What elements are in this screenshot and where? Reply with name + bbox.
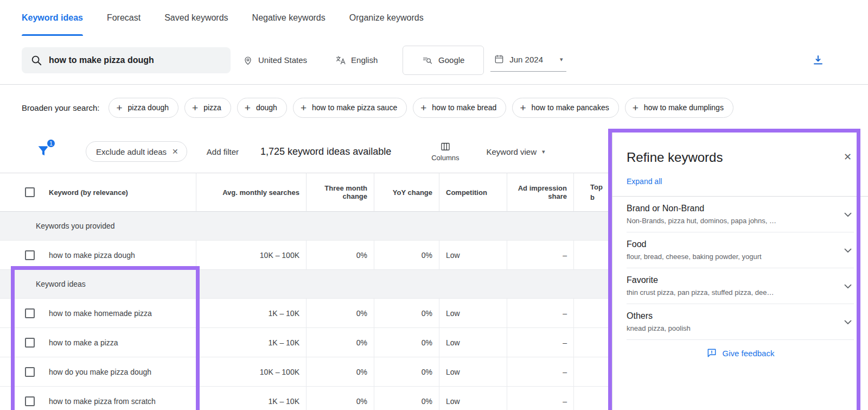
chevron-down-icon — [842, 209, 854, 220]
language-selector[interactable]: English — [335, 55, 378, 66]
keyword-count-label: 1,725 keyword ideas available — [260, 146, 391, 157]
feedback-icon — [706, 348, 717, 358]
cell-ad-share: – — [507, 357, 574, 387]
col-header-avg-monthly-searches[interactable]: Avg. monthly searches — [196, 173, 307, 212]
search-icon — [30, 54, 42, 66]
keyword-view-selector[interactable]: Keyword view ▾ — [486, 147, 545, 156]
plus-icon: + — [116, 103, 122, 113]
tab-organize-keywords[interactable]: Organize keywords — [349, 0, 424, 36]
cell-yoy: 0% — [374, 299, 439, 328]
cell-competition: Low — [439, 241, 507, 270]
close-icon[interactable]: ✕ — [172, 147, 178, 156]
tab-negative-keywords[interactable]: Negative keywords — [252, 0, 326, 36]
view-label: Keyword view — [486, 147, 537, 156]
search-box[interactable] — [22, 47, 231, 73]
chevron-down-icon — [842, 280, 854, 292]
group-title: Brand or Non-Brand — [627, 204, 776, 213]
group-examples: thin crust pizza, pan pizza, stuffed piz… — [627, 288, 774, 297]
location-pin-icon — [242, 55, 253, 66]
group-examples: knead pizza, poolish — [627, 324, 691, 332]
broaden-chip-pizza-sauce[interactable]: + how to make pizza sauce — [293, 98, 407, 118]
cell-three-month: 0% — [307, 357, 374, 387]
plus-icon: + — [245, 103, 251, 113]
plus-icon: + — [520, 103, 526, 113]
chip-label: how to make pizza sauce — [312, 103, 397, 112]
group-examples: flour, bread, cheese, baking powder, yog… — [627, 253, 762, 261]
cell-searches: 10K – 100K — [196, 357, 307, 387]
panel-title: Refine keywords — [627, 150, 723, 165]
cell-ad-share: – — [507, 241, 574, 270]
row-checkbox[interactable] — [25, 367, 35, 377]
col-header-three-month-change[interactable]: Three month change — [307, 173, 374, 212]
cell-checkbox — [0, 387, 41, 410]
filter-funnel-button[interactable]: 1 — [36, 143, 52, 160]
close-icon[interactable]: ✕ — [841, 150, 854, 164]
cell-keyword: how to make pizza from scratch — [41, 387, 196, 410]
plus-icon: + — [192, 103, 198, 113]
refine-group-others[interactable]: Others knead pizza, poolish — [627, 304, 854, 340]
cell-competition: Low — [439, 387, 507, 410]
col-header-competition[interactable]: Competition — [439, 173, 507, 212]
chevron-down-icon — [842, 244, 854, 256]
chip-label: how to make pancakes — [532, 103, 609, 112]
expand-all-link[interactable]: Expand all — [627, 177, 662, 186]
search-input[interactable] — [49, 55, 222, 65]
date-range-selector[interactable]: Jun 2024 ▾ — [490, 48, 566, 72]
calendar-icon — [494, 54, 505, 65]
cell-ad-share: – — [507, 387, 574, 410]
col-header-keyword[interactable]: Keyword (by relevance) — [41, 173, 196, 212]
group-title: Food — [627, 239, 762, 249]
cell-keyword: how to make pizza dough — [41, 241, 196, 270]
broaden-chip-dough[interactable]: + dough — [237, 98, 287, 118]
row-checkbox[interactable] — [25, 308, 35, 318]
tab-saved-keywords[interactable]: Saved keywords — [164, 0, 228, 36]
broaden-chip-bread[interactable]: + how to make bread — [413, 98, 506, 118]
refine-group-favorite[interactable]: Favorite thin crust pizza, pan pizza, st… — [627, 268, 854, 304]
network-label: Google — [438, 55, 464, 65]
columns-button[interactable]: Columns — [431, 141, 459, 162]
chip-label: dough — [256, 103, 277, 112]
add-filter-button[interactable]: Add filter — [207, 147, 239, 156]
broaden-chip-dumplings[interactable]: + how to make dumplings — [625, 98, 733, 118]
cell-checkbox — [0, 299, 41, 328]
row-checkbox[interactable] — [25, 250, 35, 260]
select-all-checkbox[interactable] — [25, 187, 35, 197]
cell-yoy: 0% — [374, 328, 439, 357]
chip-label: how to make bread — [432, 103, 496, 112]
chevron-down-icon: ▾ — [560, 56, 563, 62]
cell-keyword: how to make a pizza — [41, 328, 196, 357]
columns-label: Columns — [431, 154, 459, 162]
network-selector[interactable]: Google — [403, 46, 484, 75]
broaden-chip-pizza-dough[interactable]: + pizza dough — [108, 98, 178, 118]
chip-label: Exclude adult ideas — [96, 147, 167, 156]
col-header-ad-impression-share[interactable]: Ad impression share — [507, 173, 574, 212]
chevron-down-icon: ▾ — [542, 149, 545, 155]
give-feedback-button[interactable]: Give feedback — [627, 348, 854, 358]
row-checkbox[interactable] — [25, 338, 35, 348]
chevron-down-icon — [842, 316, 854, 328]
cell-competition: Low — [439, 299, 507, 328]
broaden-chip-pizza[interactable]: + pizza — [184, 98, 231, 118]
select-all-cell — [0, 173, 41, 212]
refine-group-food[interactable]: Food flour, bread, cheese, baking powder… — [627, 232, 854, 268]
cell-ad-share: – — [507, 328, 574, 357]
location-label: United States — [258, 55, 307, 65]
row-checkbox[interactable] — [25, 396, 35, 406]
exclude-adult-ideas-chip[interactable]: Exclude adult ideas ✕ — [86, 141, 187, 162]
col-header-yoy-change[interactable]: YoY change — [374, 173, 439, 212]
cell-three-month: 0% — [307, 387, 374, 410]
cell-three-month: 0% — [307, 299, 374, 328]
broaden-chip-pancakes[interactable]: + how to make pancakes — [512, 98, 618, 118]
refine-group-brand-or-non-brand[interactable]: Brand or Non-Brand Non-Brands, pizza hut… — [627, 197, 854, 232]
group-title: Favorite — [627, 275, 774, 285]
cell-yoy: 0% — [374, 241, 439, 270]
cell-searches: 10K – 100K — [196, 241, 307, 270]
cell-keyword: how do you make pizza dough — [41, 357, 196, 387]
tab-keyword-ideas[interactable]: Keyword ideas — [22, 0, 83, 36]
cell-ad-share: – — [507, 299, 574, 328]
tab-forecast[interactable]: Forecast — [107, 0, 141, 36]
location-selector[interactable]: United States — [242, 55, 307, 66]
date-range-label: Jun 2024 — [509, 55, 543, 64]
cell-checkbox — [0, 241, 41, 270]
download-button[interactable] — [807, 49, 829, 71]
